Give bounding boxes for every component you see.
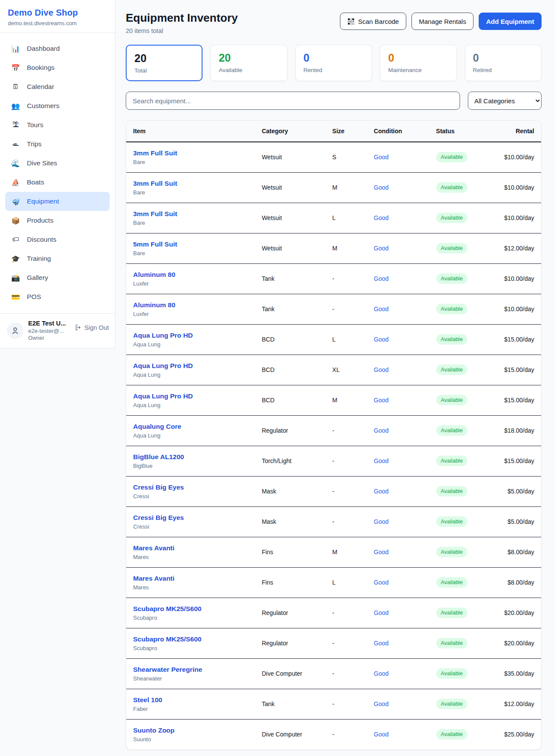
motorboat-icon: 🛥: [11, 140, 20, 148]
condition-link[interactable]: Good: [374, 245, 388, 252]
manage-rentals-button[interactable]: Manage Rentals: [411, 13, 473, 30]
tag-icon: 🏷: [11, 236, 20, 243]
item-name-link[interactable]: Aqua Lung Pro HD: [133, 332, 248, 339]
condition-link[interactable]: Good: [374, 731, 388, 738]
user-email: e2e-tester@...: [28, 328, 70, 334]
sidebar-item-label: Bookings: [27, 64, 55, 72]
item-size: -: [325, 294, 367, 324]
condition-link[interactable]: Good: [374, 214, 388, 221]
status-badge: Available: [436, 395, 468, 405]
condition-link[interactable]: Good: [374, 275, 388, 282]
item-name-link[interactable]: Scubapro MK25/S600: [133, 605, 248, 613]
table-row: 3mm Full SuitBareWetsuitSGoodAvailable$1…: [126, 142, 541, 172]
table-row: Suunto ZoopSuuntoDive Computer-GoodAvail…: [126, 719, 541, 749]
condition-link[interactable]: Good: [374, 366, 388, 373]
status-badge: Available: [436, 334, 468, 345]
item-name-link[interactable]: 3mm Full Suit: [133, 149, 248, 157]
table-row: Scubapro MK25/S600ScubaproRegulator-Good…: [126, 598, 541, 628]
condition-link[interactable]: Good: [374, 579, 388, 586]
rental-price: $10.00/day: [496, 172, 541, 203]
scan-barcode-button[interactable]: Scan Barcode: [340, 13, 406, 30]
condition-link[interactable]: Good: [374, 700, 388, 707]
stat-card-maintenance[interactable]: 0Maintenance: [380, 45, 457, 81]
item-name-link[interactable]: 3mm Full Suit: [133, 180, 248, 187]
sidebar-item-dashboard[interactable]: 📊Dashboard: [5, 39, 110, 58]
sidebar-item-customers[interactable]: 👥Customers: [5, 96, 110, 115]
condition-link[interactable]: Good: [374, 427, 388, 434]
category-select[interactable]: All Categories: [468, 92, 542, 110]
calendar-icon: 📅: [11, 64, 20, 72]
rental-price: $5.00/day: [496, 506, 541, 537]
item-name-link[interactable]: Shearwater Peregrine: [133, 666, 248, 674]
graduation-cap-icon: 🎓: [11, 255, 20, 263]
status-badge: Available: [436, 456, 468, 466]
condition-link[interactable]: Good: [374, 336, 388, 343]
status-badge: Available: [436, 638, 468, 648]
sidebar-item-calendar[interactable]: 🗓Calendar: [5, 77, 110, 96]
item-size: L: [325, 567, 367, 598]
item-name-link[interactable]: Aluminum 80: [133, 271, 248, 279]
item-name-link[interactable]: Suunto Zoop: [133, 726, 248, 734]
sidebar-item-training[interactable]: 🎓Training: [5, 249, 110, 268]
condition-link[interactable]: Good: [374, 154, 388, 161]
table-header-row: Item Category Size Condition Status Rent…: [126, 121, 541, 142]
sidebar-item-equipment[interactable]: 🤿Equipment: [5, 192, 110, 211]
item-name-link[interactable]: Aluminum 80: [133, 301, 248, 309]
item-name-link[interactable]: Aqua Lung Pro HD: [133, 362, 248, 370]
item-brand: Aqua Lung: [133, 402, 248, 408]
condition-link[interactable]: Good: [374, 306, 388, 312]
condition-link[interactable]: Good: [374, 397, 388, 404]
sign-out-button[interactable]: Sign Out: [75, 324, 109, 331]
item-name-link[interactable]: Aqualung Core: [133, 423, 248, 431]
item-name-link[interactable]: Steel 100: [133, 696, 248, 704]
package-icon: 📦: [11, 217, 20, 225]
condition-link[interactable]: Good: [374, 609, 388, 616]
sidebar-item-tours[interactable]: 🏝Tours: [5, 115, 110, 135]
sidebar-item-products[interactable]: 📦Products: [5, 211, 110, 230]
item-category: BCD: [255, 355, 326, 385]
user-name: E2E Test U...: [28, 320, 70, 327]
rental-price: $5.00/day: [496, 476, 541, 506]
condition-link[interactable]: Good: [374, 518, 388, 525]
item-name-link[interactable]: 3mm Full Suit: [133, 210, 248, 218]
item-name-link[interactable]: Cressi Big Eyes: [133, 514, 248, 522]
item-name-link[interactable]: Scubapro MK25/S600: [133, 635, 248, 643]
condition-link[interactable]: Good: [374, 549, 388, 555]
col-header-status: Status: [429, 121, 496, 142]
table-row: BigBlue AL1200BigBlueTorch/Light-GoodAva…: [126, 446, 541, 476]
item-name-link[interactable]: Mares Avanti: [133, 544, 248, 552]
item-name-link[interactable]: BigBlue AL1200: [133, 453, 248, 461]
condition-link[interactable]: Good: [374, 488, 388, 495]
item-name-link[interactable]: Mares Avanti: [133, 575, 248, 582]
add-equipment-button[interactable]: Add Equipment: [479, 13, 542, 30]
sidebar-item-boats[interactable]: ⛵Boats: [5, 173, 110, 192]
sidebar-item-pos[interactable]: 💳POS: [5, 287, 110, 306]
sidebar-item-dive-sites[interactable]: 🌊Dive Sites: [5, 154, 110, 173]
condition-link[interactable]: Good: [374, 457, 388, 464]
stat-card-available[interactable]: 20Available: [210, 45, 287, 81]
stat-card-total[interactable]: 20Total: [126, 45, 202, 81]
condition-link[interactable]: Good: [374, 184, 388, 191]
search-input[interactable]: [126, 92, 460, 110]
stat-label: Rented: [304, 67, 364, 73]
item-size: -: [325, 658, 367, 689]
status-badge: Available: [436, 182, 468, 193]
item-name-link[interactable]: Cressi Big Eyes: [133, 483, 248, 491]
sidebar-item-label: Calendar: [27, 83, 54, 91]
stat-card-retired[interactable]: 0Retired: [465, 45, 542, 81]
sidebar-item-bookings[interactable]: 📅Bookings: [5, 58, 110, 77]
item-size: -: [325, 446, 367, 476]
condition-link[interactable]: Good: [374, 670, 388, 677]
item-name-link[interactable]: Aqua Lung Pro HD: [133, 392, 248, 400]
stat-card-rented[interactable]: 0Rented: [295, 45, 372, 81]
col-header-condition: Condition: [367, 121, 429, 142]
condition-link[interactable]: Good: [374, 640, 388, 647]
stat-label: Maintenance: [388, 67, 448, 73]
status-badge: Available: [436, 152, 468, 162]
sidebar-item-trips[interactable]: 🛥Trips: [5, 135, 110, 154]
sidebar-item-gallery[interactable]: 📸Gallery: [5, 268, 110, 287]
sidebar-item-discounts[interactable]: 🏷Discounts: [5, 230, 110, 249]
rental-price: $12.00/day: [496, 689, 541, 719]
camera-icon: 📸: [11, 274, 20, 282]
item-name-link[interactable]: 5mm Full Suit: [133, 240, 248, 248]
